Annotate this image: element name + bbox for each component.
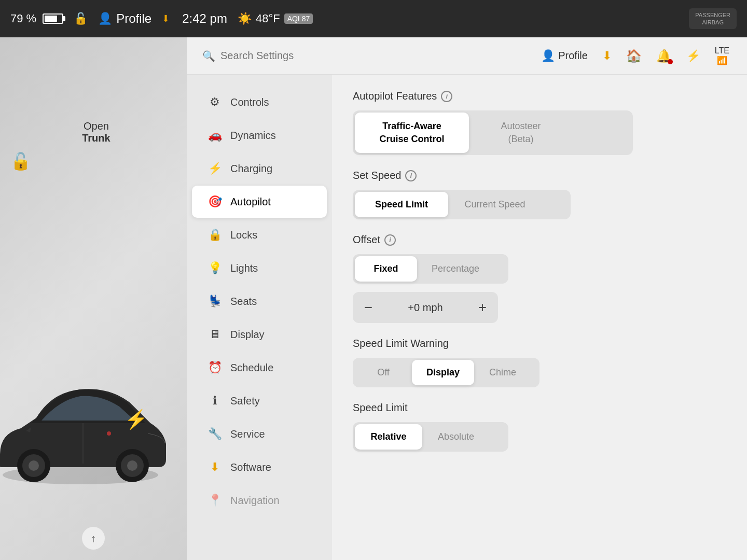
- search-icon: 🔍: [202, 50, 215, 62]
- download-icon-top: ⬇: [162, 13, 170, 24]
- profile-icon-top: 👤: [98, 12, 112, 25]
- decrease-speed-button[interactable]: −: [355, 294, 382, 321]
- battery-icon: [43, 13, 63, 24]
- left-panel: Open Trunk 🔓: [0, 37, 187, 560]
- speed-limit-warning-heading: Speed Limit Warning: [353, 338, 726, 349]
- signal-button[interactable]: LTE📶: [713, 44, 731, 67]
- offset-toggle: Fixed Percentage: [353, 254, 508, 284]
- relative-button[interactable]: Relative: [355, 424, 422, 450]
- speed-limit-warning-title: Speed Limit Warning: [353, 338, 449, 349]
- settings-content: Autopilot Features i Traffic-AwareCruise…: [332, 75, 747, 560]
- autopilot-icon: 🎯: [208, 195, 222, 208]
- current-speed-button[interactable]: Current Speed: [448, 192, 542, 217]
- charging-icon: ⚡: [208, 162, 222, 175]
- right-panel: 🔍 👤 Profile ⬇ 🏠 🔔 ⚡: [187, 37, 747, 560]
- sidebar-item-safety[interactable]: ℹ Safety: [192, 385, 327, 417]
- bluetooth-button[interactable]: ⚡: [684, 47, 702, 65]
- autopilot-features-heading: Autopilot Features i: [353, 90, 726, 102]
- autopilot-features-info-icon[interactable]: i: [441, 91, 452, 102]
- autosteer-label: Autosteer(Beta): [501, 121, 541, 144]
- software-label: Software: [230, 461, 271, 473]
- display-icon: 🖥: [208, 328, 222, 341]
- offset-heading: Offset i: [353, 234, 726, 246]
- svg-point-4: [29, 460, 39, 471]
- search-wrap: 🔍: [202, 50, 529, 62]
- status-left: 79 % 🔓 👤 Profile ⬇ 2:42 pm ☀️ 48°F AQI 8…: [10, 11, 313, 26]
- speed-limit-button[interactable]: Speed Limit: [355, 192, 448, 217]
- sidebar-item-schedule[interactable]: ⏰ Schedule: [192, 352, 327, 384]
- car-image: [0, 351, 187, 498]
- trunk-icon: 🔓: [10, 151, 31, 171]
- service-label: Service: [230, 428, 265, 440]
- sidebar-item-lights[interactable]: 💡 Lights: [192, 252, 327, 284]
- controls-icon: ⚙: [208, 95, 222, 109]
- lock-icon: 🔓: [74, 12, 88, 25]
- speed-limit-toggle: Relative Absolute: [353, 422, 508, 452]
- display-button[interactable]: Display: [412, 360, 474, 385]
- off-button[interactable]: Off: [355, 360, 412, 385]
- absolute-button[interactable]: Absolute: [422, 424, 490, 450]
- sidebar-item-dynamics[interactable]: 🚗 Dynamics: [192, 119, 327, 151]
- search-bar: 🔍 👤 Profile ⬇ 🏠 🔔 ⚡: [187, 37, 747, 75]
- sidebar-item-navigation[interactable]: 📍 Navigation: [192, 484, 327, 516]
- download-icon: ⬇: [602, 49, 612, 63]
- sidebar-item-charging[interactable]: ⚡ Charging: [192, 152, 327, 185]
- temperature-display: 48°F: [256, 12, 280, 25]
- open-trunk-label[interactable]: Open Trunk: [82, 120, 110, 144]
- locks-icon: 🔒: [208, 228, 222, 242]
- offset-info-icon[interactable]: i: [384, 234, 396, 246]
- set-speed-title: Set Speed: [353, 170, 401, 181]
- sidebar-item-seats[interactable]: 💺 Seats: [192, 285, 327, 317]
- autopilot-features-toggle: Traffic-AwareCruise Control Autosteer(Be…: [353, 110, 633, 155]
- safety-icon: ℹ: [208, 394, 222, 408]
- profile-label-top[interactable]: Profile: [116, 11, 151, 26]
- trunk-text: Trunk: [82, 132, 110, 144]
- notification-dot: [668, 59, 673, 64]
- search-input[interactable]: [220, 50, 376, 62]
- seats-label: Seats: [230, 296, 257, 307]
- service-icon: 🔧: [208, 427, 222, 441]
- time-display: 2:42 pm: [182, 11, 227, 26]
- sidebar-item-locks[interactable]: 🔒 Locks: [192, 219, 327, 251]
- increase-speed-button[interactable]: +: [469, 294, 496, 321]
- sidebar-item-controls[interactable]: ⚙ Controls: [192, 86, 327, 118]
- offset-title: Offset: [353, 234, 380, 246]
- svg-point-7: [127, 460, 137, 471]
- seats-icon: 💺: [208, 295, 222, 308]
- bluetooth-icon: ⚡: [686, 49, 700, 63]
- sidebar-nav: ⚙ Controls 🚗 Dynamics ⚡ Charging 🎯 Autop…: [187, 75, 332, 560]
- set-speed-heading: Set Speed i: [353, 170, 726, 181]
- sidebar-item-display[interactable]: 🖥 Display: [192, 318, 327, 351]
- speed-offset-control: − +0 mph +: [353, 292, 498, 323]
- fixed-button[interactable]: Fixed: [355, 256, 417, 282]
- navigation-icon: 📍: [208, 494, 222, 507]
- navigation-label: Navigation: [230, 495, 280, 507]
- scroll-up-button[interactable]: ↑: [82, 527, 105, 550]
- autopilot-label: Autopilot: [230, 196, 271, 208]
- download-button[interactable]: ⬇: [600, 47, 614, 65]
- traffic-aware-label: Traffic-AwareCruise Control: [379, 121, 444, 144]
- notification-button[interactable]: 🔔: [654, 47, 674, 65]
- set-speed-info-icon[interactable]: i: [405, 170, 417, 181]
- profile-icon: 👤: [541, 49, 555, 63]
- speed-offset-value: +0 mph: [382, 302, 469, 314]
- dynamics-icon: 🚗: [208, 129, 222, 142]
- sidebar-item-software[interactable]: ⬇ Software: [192, 451, 327, 483]
- home-icon: 🏠: [626, 49, 642, 63]
- dynamics-label: Dynamics: [230, 130, 276, 142]
- sidebar-item-autopilot[interactable]: 🎯 Autopilot: [192, 186, 327, 218]
- percentage-button[interactable]: Percentage: [417, 256, 494, 282]
- open-text: Open: [84, 120, 109, 132]
- schedule-label: Schedule: [230, 362, 273, 374]
- lightning-icon: ⚡: [125, 409, 148, 430]
- profile-button[interactable]: 👤 Profile: [539, 47, 590, 65]
- chime-button[interactable]: Chime: [474, 360, 531, 385]
- sidebar-item-service[interactable]: 🔧 Service: [192, 418, 327, 450]
- home-button[interactable]: 🏠: [624, 47, 644, 65]
- schedule-icon: ⏰: [208, 361, 222, 374]
- locks-label: Locks: [230, 229, 257, 241]
- autosteer-button[interactable]: Autosteer(Beta): [469, 113, 573, 153]
- aqi-badge: AQI 87: [284, 13, 313, 24]
- passenger-airbag: PASSENGERAIRBAG: [689, 8, 737, 30]
- traffic-aware-button[interactable]: Traffic-AwareCruise Control: [355, 113, 469, 153]
